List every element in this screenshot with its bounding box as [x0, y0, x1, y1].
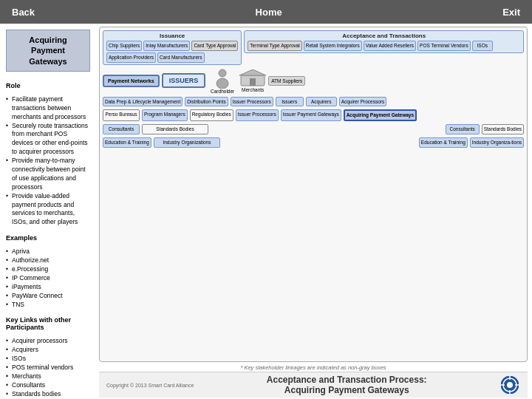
standards-bodies2-box: Standards Bodies — [482, 124, 524, 134]
industry-orgs2-box: Industry Organiza-tions — [470, 137, 524, 148]
isos-box: ISOs — [472, 41, 493, 51]
issuance-label: Issuance — [106, 33, 238, 39]
cardholder-icon — [214, 68, 231, 89]
role-list: Facilitate payment transactions between … — [6, 95, 90, 227]
payment-networks-box: Payment Networks — [103, 75, 160, 87]
application-providers-box: Application Providers — [106, 52, 156, 63]
example-apriva: Apriva — [6, 248, 90, 256]
acceptance-label: Acceptance and Transactions — [248, 33, 520, 39]
atm-suppliers-box: ATM Suppliers — [268, 76, 305, 86]
education-training-box: Education & Training — [103, 137, 151, 148]
diagram-panel: Issuance Chip Suppliers Inlay Manufactur… — [96, 24, 532, 399]
main-content: Acquiring Payment Gateways Role Facilita… — [0, 24, 532, 399]
footer-title-line2: Acquiring Payment Gateways — [284, 385, 409, 395]
link-acquirers: Acquirers — [6, 346, 90, 355]
data-prep-box: Data Prep & Lifecycle Management — [103, 97, 183, 107]
consultants2-box: Consultants — [446, 124, 480, 134]
key-links-list: Acquirer processors Acquirers ISOs POS t… — [6, 337, 90, 398]
footer: Copyright © 2013 Smart Card Alliance Acc… — [99, 372, 528, 398]
key-links-title: Key Links with other Participants — [6, 316, 90, 331]
acquirers-box: Acquirers — [306, 97, 337, 107]
merchants-icon — [239, 69, 266, 87]
retail-system-integrators-box: Retail System Integrators — [304, 41, 362, 51]
back-button[interactable]: Back — [12, 7, 35, 18]
program-managers-box: Program Managers — [142, 109, 188, 121]
role-item-2: Securely route transactions from merchan… — [6, 122, 90, 157]
link-isos: ISOs — [6, 355, 90, 364]
role-title: Role — [6, 82, 90, 89]
header: Back Home Exit — [0, 0, 532, 24]
copyright: Copyright © 2013 Smart Card Alliance — [106, 383, 194, 388]
footer-title: Acceptance and Transaction Process: Acqu… — [194, 375, 499, 395]
footnote: * Key stakeholder linkages are indicated… — [99, 364, 528, 372]
chip-suppliers-box: Chip Suppliers — [106, 41, 142, 51]
diagram-inner: Issuance Chip Suppliers Inlay Manufactur… — [103, 30, 524, 358]
svg-point-0 — [219, 69, 226, 77]
diagram-container: Issuance Chip Suppliers Inlay Manufactur… — [99, 27, 528, 362]
issuer-processors2-box: Issuer Processors — [236, 109, 279, 121]
issuer-payment-gateways-box: Issuer Payment Gateways — [281, 109, 341, 121]
example-eprocessing: e.Processing — [6, 265, 90, 274]
terminal-type-approval-box: Terminal Type Approval — [248, 41, 301, 51]
standards-bodies-box: Standards Bodies — [142, 124, 208, 134]
exit-button[interactable]: Exit — [502, 7, 520, 18]
issuers-row-box: Issuers — [276, 97, 304, 107]
distribution-points-box: Distribution Points — [185, 97, 228, 107]
issuer-processors-box: Issuer Processors — [231, 97, 273, 107]
card-type-approval-box: Card Type Approval — [191, 41, 238, 51]
svg-marker-3 — [239, 69, 266, 75]
footer-title-line1: Acceptance and Transaction Process: — [267, 375, 427, 385]
consultants-box: Consultants — [103, 124, 140, 134]
card-manufacturers-box: Card Manufacturers — [157, 52, 204, 63]
inlay-manufacturers-box: Inlay Manufacturers — [143, 41, 190, 51]
left-panel: Acquiring Payment Gateways Role Facilita… — [0, 24, 96, 399]
role-item-4: Provide value-added payment products and… — [6, 192, 90, 228]
example-payware: PayWare Connect — [6, 292, 90, 301]
pos-terminal-vendors-box: POS Terminal Vendors — [417, 41, 471, 51]
example-tns: TNS — [6, 301, 90, 310]
examples-title: Examples — [6, 234, 90, 242]
svg-point-7 — [507, 382, 513, 388]
merchants-label: Merchants — [242, 87, 264, 92]
acquirer-processors-box: Acquirer Processors — [339, 97, 387, 107]
role-item-1: Facilitate payment transactions between … — [6, 95, 90, 122]
perso-bureaus-box: Perso Bureaus — [103, 109, 140, 121]
link-consultants: Consultants — [6, 381, 90, 390]
education-training2-box: Education & Training — [419, 137, 468, 148]
link-merchants: Merchants — [6, 372, 90, 381]
regulatory-bodies-box: Regulatory Bodies — [190, 109, 233, 121]
acquiring-title: Acquiring Payment Gateways — [6, 30, 90, 72]
home-button[interactable]: Home — [256, 7, 282, 18]
issuers-large-box: ISSUERS — [162, 73, 206, 88]
acquiring-payment-gateways-box: Acquiring Payment Gateways — [344, 109, 417, 121]
link-acquirer-proc: Acquirer processors — [6, 337, 90, 346]
value-added-resellers-box: Value Added Resellers — [364, 41, 416, 51]
example-ipcommerce: IP Commerce — [6, 274, 90, 283]
svg-rect-4 — [250, 78, 256, 86]
example-authorize: Authorize.net — [6, 256, 90, 265]
role-item-3: Provide many-to-many connectivity betwee… — [6, 157, 90, 192]
svg-point-1 — [216, 78, 228, 89]
example-ipayments: iPayments — [6, 283, 90, 292]
link-pos-vendors: POS terminal vendors — [6, 364, 90, 372]
link-standards: Standards bodies — [6, 390, 90, 399]
industry-orgs-box: Industry Organizations — [154, 137, 220, 148]
examples-list: Apriva Authorize.net e.Processing IP Com… — [6, 248, 90, 309]
cardholder-label: Cardholder — [211, 89, 234, 94]
smart-card-alliance-logo — [499, 375, 520, 395]
